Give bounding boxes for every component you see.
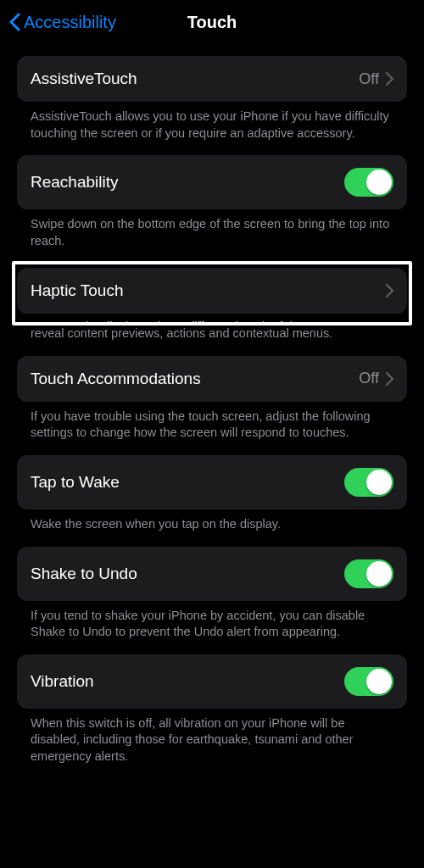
row-reachability[interactable]: Reachability [17, 155, 407, 209]
content: AssistiveTouch Off AssistiveTouch allows… [0, 44, 424, 765]
group-assistivetouch: AssistiveTouch Off AssistiveTouch allows… [17, 56, 407, 142]
row-shake-to-undo[interactable]: Shake to Undo [17, 547, 407, 601]
toggle-reachability[interactable] [344, 168, 393, 197]
row-touch-accommodations[interactable]: Touch Accommodations Off [17, 356, 407, 402]
row-footer: When this switch is off, all vibration o… [17, 709, 407, 765]
group-tap-to-wake: Tap to Wake Wake the screen when you tap… [17, 455, 407, 533]
group-touch-accommodations: Touch Accommodations Off If you have tro… [17, 356, 407, 442]
row-footer: If you have trouble using the touch scre… [17, 402, 407, 442]
chevron-left-icon [8, 13, 20, 31]
row-label: Touch Accommodations [31, 370, 201, 388]
row-value: Off [359, 70, 379, 88]
row-label: Shake to Undo [31, 565, 137, 583]
row-footer: If you tend to shake your iPhone by acci… [17, 601, 407, 641]
toggle-tap-to-wake[interactable] [344, 468, 393, 497]
group-shake-to-undo: Shake to Undo If you tend to shake your … [17, 547, 407, 641]
row-label: Haptic Touch [31, 281, 124, 300]
row-tap-to-wake[interactable]: Tap to Wake [17, 455, 407, 509]
row-label: AssistiveTouch [31, 70, 137, 88]
back-button[interactable]: Accessibility [8, 13, 116, 32]
group-reachability: Reachability Swipe down on the bottom ed… [17, 155, 407, 249]
navbar: Accessibility Touch [0, 0, 424, 44]
row-label: Vibration [31, 672, 94, 691]
row-footer-clipped: Press on the display using a different l… [17, 314, 407, 322]
toggle-shake-to-undo[interactable] [344, 559, 393, 588]
chevron-right-icon [386, 284, 393, 298]
row-footer: reveal content previews, actions and con… [17, 324, 407, 342]
row-footer: Wake the screen when you tap on the disp… [17, 509, 407, 533]
group-haptic-touch: Haptic Touch Press on the display using … [17, 261, 407, 342]
row-value: Off [359, 370, 379, 387]
toggle-vibration[interactable] [344, 667, 393, 696]
row-label: Reachability [31, 173, 119, 192]
back-label: Accessibility [24, 13, 116, 32]
row-footer: AssistiveTouch allows you to use your iP… [17, 102, 407, 142]
row-haptic-touch[interactable]: Haptic Touch [17, 268, 407, 314]
group-vibration: Vibration When this switch is off, all v… [17, 654, 407, 765]
row-assistivetouch[interactable]: AssistiveTouch Off [17, 56, 407, 102]
highlight-box: Haptic Touch Press on the display using … [12, 261, 412, 326]
row-label: Tap to Wake [31, 473, 120, 492]
row-vibration[interactable]: Vibration [17, 654, 407, 709]
chevron-right-icon [386, 372, 393, 386]
chevron-right-icon [386, 72, 393, 86]
row-footer: Swipe down on the bottom edge of the scr… [17, 209, 407, 249]
